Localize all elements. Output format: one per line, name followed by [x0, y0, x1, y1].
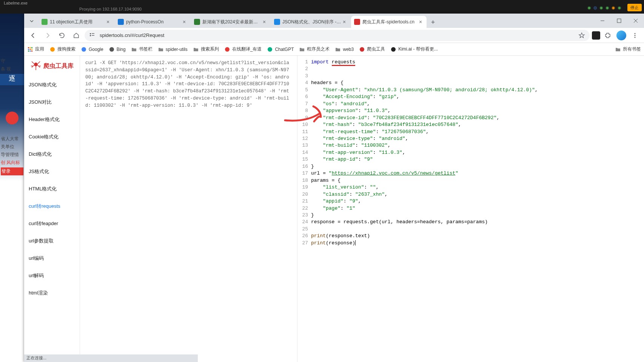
- svg-point-19: [82, 47, 86, 52]
- spider-logo-icon: [31, 60, 41, 72]
- tab-label: python-ProcessOn: [126, 19, 181, 25]
- svg-rect-12: [28, 49, 29, 50]
- sidebar-item[interactable]: JSON格式化: [24, 76, 80, 94]
- sidebar-item[interactable]: JSON对比: [24, 94, 80, 111]
- svg-rect-15: [28, 51, 29, 52]
- bookmark-label: 搜索系列: [201, 46, 219, 52]
- toolbar: spidertools.cn/#/curl2Request: [24, 28, 644, 43]
- bookmark-label: 所有书签: [623, 46, 641, 52]
- browser-tab[interactable]: 11 objection工具使用×: [39, 16, 114, 28]
- bg-text: 导管理情: [1, 152, 23, 158]
- window-minimize-button[interactable]: [594, 14, 611, 28]
- bookmark-item[interactable]: spider-utils: [158, 46, 188, 52]
- code-output-pane[interactable]: 1234567891011121314151617181920212223242…: [297, 56, 644, 362]
- sidebar-item[interactable]: Cookie格式化: [24, 128, 80, 146]
- svg-point-23: [360, 47, 364, 52]
- reload-button[interactable]: [56, 29, 68, 41]
- bookmark-item[interactable]: 在线翻译_有道: [224, 46, 262, 52]
- bookmark-label: 应用: [35, 46, 44, 52]
- sidebar-item[interactable]: Dict格式化: [24, 146, 80, 163]
- browser-tab[interactable]: python-ProcessOn×: [115, 16, 190, 28]
- sidebar-item[interactable]: HTML格式化: [24, 180, 80, 198]
- folder-icon: [335, 46, 341, 52]
- code-line: [311, 66, 644, 72]
- code-line: "rmt-device-type": "android",: [311, 135, 644, 142]
- tab-label: 爬虫工具库-spidertools.cn: [362, 19, 418, 25]
- apps-button[interactable]: 应用: [27, 46, 44, 52]
- bookmark-label: Bing: [117, 47, 126, 52]
- tab-close-button[interactable]: ×: [105, 19, 111, 25]
- bookmark-label: web3: [343, 47, 354, 52]
- code-body[interactable]: import requests headers = { "User-Agent"…: [311, 59, 644, 247]
- bookmark-item[interactable]: 程序员之术: [299, 46, 330, 52]
- window-close-button[interactable]: [627, 14, 644, 28]
- bookmarks-bar: 应用 搜狗搜索GoogleBing书签栏spider-utils搜索系列在线翻译…: [24, 43, 644, 56]
- background-app-titlebar: Labelme.exe Proxying on 192.168.17.104:9…: [0, 0, 644, 14]
- sidebar-item[interactable]: curl转feapder: [24, 215, 80, 232]
- sidebar-item[interactable]: url编码: [24, 250, 80, 267]
- extensions-button[interactable]: [602, 29, 614, 41]
- code-line: "rmt-build": "1100302",: [311, 142, 644, 149]
- star-bookmark-icon[interactable]: [578, 32, 585, 39]
- all-bookmarks-button[interactable]: 所有书签: [615, 46, 641, 52]
- bookmark-item[interactable]: 爬虫工具: [359, 46, 385, 52]
- sidebar-item[interactable]: html渲染: [24, 284, 80, 302]
- sidebar-item[interactable]: url参数提取: [24, 232, 80, 250]
- new-tab-button[interactable]: +: [427, 17, 439, 28]
- tab-close-button[interactable]: ×: [341, 19, 347, 25]
- code-line: }: [311, 163, 644, 170]
- bookmark-item[interactable]: 搜狗搜索: [49, 46, 75, 52]
- page-content: 爬虫工具库 JSON格式化JSON对比Header格式化Cookie格式化Dic…: [24, 56, 644, 362]
- bookmark-label: 书签栏: [139, 46, 153, 52]
- sidebar-item[interactable]: JS格式化: [24, 163, 80, 180]
- forward-button[interactable]: [42, 29, 54, 41]
- site-info-icon[interactable]: [89, 32, 97, 39]
- code-line: [311, 73, 644, 80]
- browser-tab[interactable]: 爬虫工具库-spidertools.cn×: [351, 16, 427, 28]
- bookmark-label: spider-utils: [166, 47, 188, 52]
- code-line: "rmt-request-time": "1726750687036",: [311, 129, 644, 135]
- svg-point-22: [268, 47, 272, 52]
- tab-close-button[interactable]: ×: [418, 19, 424, 25]
- bg-text: 条 视: [1, 66, 23, 72]
- code-line: import requests: [311, 59, 644, 66]
- bookmark-item[interactable]: 书签栏: [131, 46, 153, 52]
- address-bar[interactable]: spidertools.cn/#/curl2Request: [85, 30, 590, 41]
- bookmark-item[interactable]: Google: [81, 46, 103, 52]
- curl-input-pane[interactable]: curl -X GET 'https://xhnapi2.voc.com.cn/…: [80, 56, 297, 362]
- profile-avatar[interactable]: [615, 29, 627, 41]
- window-maximize-button[interactable]: [611, 14, 627, 28]
- sidebar-item[interactable]: url解码: [24, 267, 80, 284]
- chrome-menu-button[interactable]: [629, 29, 641, 41]
- bg-text: 关单位: [1, 144, 23, 150]
- tab-favicon: [354, 19, 360, 25]
- tab-search-dropdown[interactable]: [26, 16, 37, 26]
- site-icon: [49, 46, 55, 52]
- bookmark-item[interactable]: ChatGPT: [267, 46, 294, 52]
- bookmark-item[interactable]: Bing: [109, 46, 126, 52]
- svg-point-6: [635, 33, 636, 34]
- svg-point-7: [635, 35, 636, 36]
- site-icon: [109, 46, 115, 52]
- bookmark-label: 爬虫工具: [367, 46, 385, 52]
- browser-tab[interactable]: JSON格式化、JSON排序 - hu...×: [271, 16, 350, 28]
- bookmark-item[interactable]: web3: [335, 46, 354, 52]
- svg-point-18: [50, 47, 55, 52]
- bg-login-btn[interactable]: 登录: [1, 167, 23, 175]
- tab-close-button[interactable]: ×: [261, 19, 267, 25]
- sidebar-item[interactable]: curl转requests: [24, 198, 80, 215]
- bg-avatar: [6, 112, 18, 124]
- extension-icon[interactable]: [592, 31, 600, 40]
- home-button[interactable]: [70, 29, 82, 41]
- tab-label: 新湖南下载2024安卓最新版_手: [202, 19, 261, 25]
- url-text: spidertools.cn/#/curl2Request: [100, 32, 164, 38]
- proxy-stop-button[interactable]: 停止: [627, 4, 642, 11]
- tab-close-button[interactable]: ×: [181, 19, 187, 25]
- bookmark-item[interactable]: Kimi.ai - 帮你看更...: [390, 46, 438, 52]
- browser-tab[interactable]: 新湖南下载2024安卓最新版_手×: [191, 16, 270, 28]
- brand[interactable]: 爬虫工具库: [24, 56, 80, 76]
- sidebar-item[interactable]: Header格式化: [24, 111, 80, 128]
- code-line: print(response): [311, 240, 644, 247]
- bookmark-item[interactable]: 搜索系列: [193, 46, 219, 52]
- back-button[interactable]: [27, 29, 39, 41]
